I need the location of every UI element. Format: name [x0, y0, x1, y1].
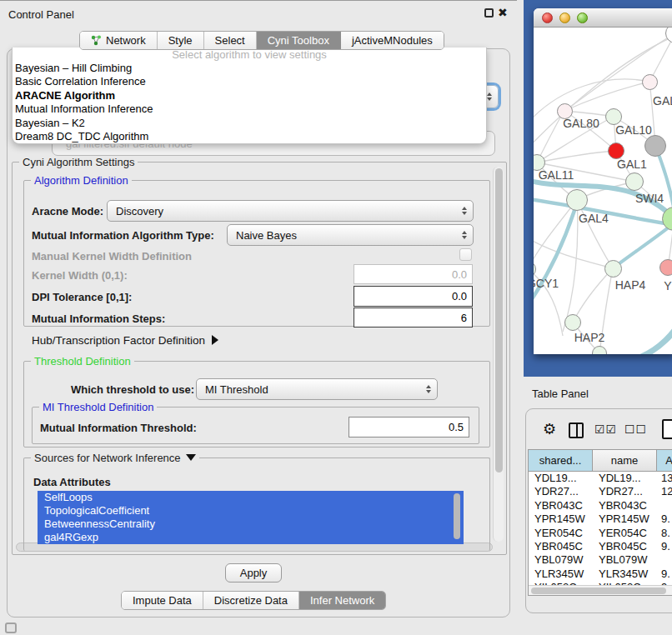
- threshold-definition-title: Threshold Definition: [31, 355, 134, 368]
- network-node-label: Y: [664, 279, 671, 292]
- table-row[interactable]: YLR345WYLR345W9.: [529, 568, 672, 581]
- network-node-swi4[interactable]: [662, 207, 672, 231]
- tab-cyni-toolbox[interactable]: Cyni Toolbox: [257, 32, 341, 49]
- cell: 12: [657, 485, 672, 498]
- network-node[interactable]: [592, 346, 607, 354]
- split-columns-icon[interactable]: [569, 422, 584, 438]
- tab-select[interactable]: Select: [204, 32, 257, 49]
- close-traffic-light-icon[interactable]: [542, 12, 553, 23]
- collapsed-panel-icon[interactable]: [5, 622, 17, 633]
- algorithm-definition-title: Algorithm Definition: [31, 174, 132, 187]
- popup-item[interactable]: Bayesian – K2: [13, 117, 486, 130]
- zoom-traffic-light-icon[interactable]: [577, 12, 588, 23]
- tab-style[interactable]: Style: [158, 32, 204, 49]
- attribute-list-scrollbar[interactable]: [454, 493, 460, 539]
- page-icon[interactable]: [662, 419, 672, 439]
- gear-icon[interactable]: ⚙: [543, 420, 556, 438]
- network-desktop: GALGAL80GAL10GAL1GAL11SWI4GAL4GCY1HAP4YH…: [524, 0, 672, 377]
- cell: 9.: [657, 512, 672, 526]
- network-view-window[interactable]: GALGAL80GAL10GAL1GAL11SWI4GAL4GCY1HAP4YH…: [534, 8, 672, 354]
- table-row[interactable]: YBR045CYBR045C9.: [529, 540, 672, 553]
- network-node[interactable]: [608, 142, 624, 159]
- settings-group-title: Cyni Algorithm Settings: [19, 156, 138, 168]
- table-row[interactable]: YBR043CYBR043C: [529, 499, 672, 512]
- unchecked-boxes-icon[interactable]: ☐☐: [624, 422, 647, 436]
- which-threshold-combo[interactable]: MI Threshold: [196, 378, 438, 400]
- network-node-label: GAL80: [563, 117, 599, 130]
- table-row[interactable]: YDL19...YDL19...13: [529, 472, 672, 485]
- network-node-y[interactable]: [659, 259, 672, 276]
- popup-item[interactable]: Dream8 DC_TDC Algorithm: [13, 130, 486, 143]
- float-window-icon[interactable]: [484, 8, 494, 18]
- mi-threshold-group-title: MI Threshold Definition: [39, 401, 157, 413]
- manual-kernel-checkbox[interactable]: [459, 248, 472, 261]
- cell: YDR27...: [529, 485, 593, 498]
- attribute-item-selected[interactable]: gal4RGexp: [38, 531, 464, 544]
- data-attributes-list: SelfLoops TopologicalCoefficient Between…: [38, 491, 464, 544]
- cell: [657, 499, 672, 512]
- network-window-titlebar[interactable]: [534, 8, 672, 28]
- hub-definition-toggle[interactable]: Hub/Transcription Factor Definition: [32, 334, 218, 347]
- which-threshold-value: MI Threshold: [205, 383, 268, 396]
- table-row[interactable]: YBL079WYBL079W: [529, 553, 672, 567]
- network-node[interactable]: [665, 28, 672, 43]
- attribute-item-selected[interactable]: SelfLoops: [38, 491, 464, 504]
- mi-type-label: Mutual Information Algorithm Type:: [32, 229, 214, 242]
- column-header-shared-name[interactable]: shared...: [529, 450, 593, 471]
- network-nodes: GALGAL80GAL10GAL1GAL11SWI4GAL4GCY1HAP4YH…: [534, 28, 672, 354]
- network-node-label: HAP2: [574, 331, 605, 344]
- mi-threshold-field[interactable]: 0.5: [349, 417, 469, 438]
- close-icon[interactable]: ✖: [498, 6, 508, 19]
- cell: 8.: [657, 527, 672, 540]
- aracne-mode-combo[interactable]: Discovery: [107, 200, 474, 222]
- column-header-name[interactable]: name: [593, 450, 657, 471]
- network-node-gal[interactable]: [642, 74, 658, 90]
- popup-item[interactable]: Basic Correlation Inference: [13, 75, 486, 88]
- network-node-hap4[interactable]: [604, 260, 622, 278]
- tab-label: Discretize Data: [214, 594, 288, 607]
- collapse-down-icon: [186, 454, 196, 461]
- cell: YBR043C: [593, 499, 657, 512]
- network-node-gal4[interactable]: [566, 189, 588, 211]
- network-node-gcy1[interactable]: [534, 261, 536, 278]
- minimize-traffic-light-icon[interactable]: [559, 12, 570, 23]
- combo-stepper-icon: [426, 385, 431, 393]
- network-node-gal10[interactable]: [605, 108, 622, 125]
- attribute-item-selected[interactable]: TopologicalCoefficient: [38, 504, 464, 518]
- network-node-hap2[interactable]: [564, 314, 581, 331]
- attribute-item-selected[interactable]: BetweennessCentrality: [38, 518, 464, 531]
- network-node-gal1[interactable]: [625, 172, 644, 191]
- scrollbar-thumb[interactable]: [531, 588, 666, 594]
- scrollbar-thumb[interactable]: [495, 168, 503, 472]
- sources-group-title[interactable]: Sources for Network Inference: [31, 452, 199, 464]
- tab-impute-data[interactable]: Impute Data: [122, 592, 203, 609]
- column-header-partial[interactable]: A: [657, 450, 672, 471]
- table-horizontal-scrollbar[interactable]: [529, 585, 672, 595]
- mi-type-combo[interactable]: Naive Bayes: [227, 224, 474, 246]
- popup-item-selected[interactable]: ARACNE Algorithm: [13, 89, 486, 102]
- tab-network[interactable]: Network: [80, 32, 158, 49]
- popup-item[interactable]: Mutual Information Inference: [13, 102, 486, 116]
- dpi-tolerance-field[interactable]: 0.0: [354, 286, 473, 307]
- tab-label: Select: [215, 34, 245, 47]
- table-row[interactable]: YER054CYER054C8.: [529, 527, 672, 540]
- kernel-width-field[interactable]: 0.0: [354, 264, 473, 284]
- mi-steps-field[interactable]: 6: [354, 308, 473, 328]
- cell: YPR145W: [529, 512, 593, 526]
- table-row[interactable]: YDR27...YDR27...12: [529, 485, 672, 498]
- control-panel-title: Control Panel: [8, 8, 74, 21]
- tab-infer-network[interactable]: Infer Network: [299, 592, 385, 609]
- tab-label: jActiveMNodules: [352, 34, 433, 47]
- table-body: YDL19...YDL19...13 YDR27...YDR27...12 YB…: [529, 472, 672, 587]
- network-canvas[interactable]: GALGAL80GAL10GAL1GAL11SWI4GAL4GCY1HAP4YH…: [534, 28, 672, 354]
- tab-jactivemnodules[interactable]: jActiveMNodules: [341, 32, 444, 49]
- checked-boxes-icon[interactable]: ☑☑: [594, 422, 617, 436]
- table-row[interactable]: YPR145WYPR145W9.: [529, 512, 672, 526]
- tab-discretize-data[interactable]: Discretize Data: [203, 592, 299, 609]
- apply-button[interactable]: Apply: [225, 563, 282, 582]
- network-node[interactable]: [644, 135, 666, 157]
- settings-vertical-scrollbar[interactable]: [493, 167, 504, 542]
- mi-type-value: Naive Bayes: [236, 229, 297, 242]
- popup-item[interactable]: Bayesian – Hill Climbing: [13, 62, 486, 75]
- hub-definition-label: Hub/Transcription Factor Definition: [32, 334, 205, 347]
